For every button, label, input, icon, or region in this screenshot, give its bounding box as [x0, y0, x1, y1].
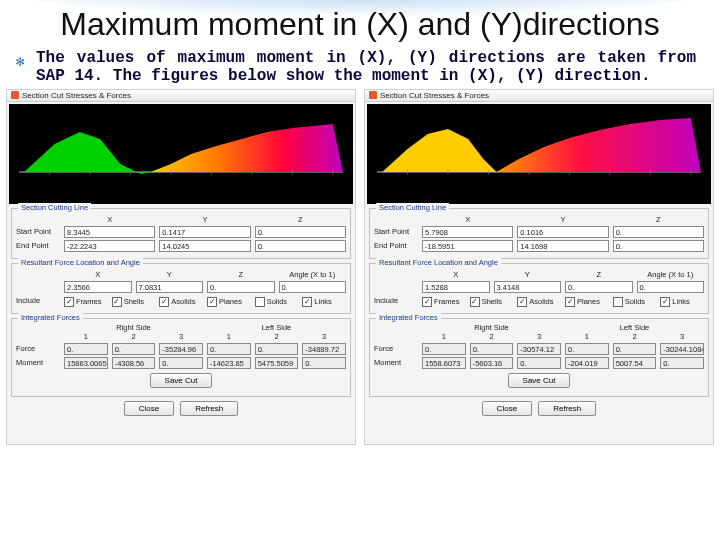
- save-cut-button[interactable]: Save Cut: [508, 373, 571, 388]
- refresh-button[interactable]: Refresh: [538, 401, 596, 416]
- sap-window-right: Section Cut Stresses & Forces: [364, 89, 714, 445]
- sub-headers: 1 2 3 1 2 3: [64, 332, 346, 341]
- force-5: 0.: [255, 343, 299, 355]
- moment-label: Moment: [16, 358, 60, 367]
- res-angle-field[interactable]: 0.: [637, 281, 705, 293]
- sub-headers: 1 2 3 1 2 3: [422, 332, 704, 341]
- end-y-field[interactable]: 14.1698: [517, 240, 608, 252]
- col-x: X: [422, 270, 490, 279]
- chk-frames[interactable]: ✓Frames: [64, 297, 108, 307]
- slide-title: Maximum moment in (X) and (Y)directions: [0, 0, 720, 43]
- s4: 1: [565, 332, 609, 341]
- res-x-field[interactable]: 1.5288: [422, 281, 490, 293]
- end-z-field[interactable]: 0.: [613, 240, 704, 252]
- res-x-field[interactable]: 2.3566: [64, 281, 132, 293]
- close-button[interactable]: Close: [482, 401, 532, 416]
- force-3: -35284.96: [159, 343, 203, 355]
- moment-plot-right: [367, 104, 711, 204]
- section-cutting-line-group: Section Cutting Line X Y Z Start Point 5…: [369, 208, 709, 259]
- col-y: Y: [517, 215, 608, 224]
- resultant-group: Resultant Force Location and Angle X Y Z…: [11, 263, 351, 314]
- col-headers: X Y Z Angle (X to 1): [422, 270, 704, 279]
- chk-label: Links: [314, 297, 332, 306]
- force-3: -30574.12: [517, 343, 561, 355]
- force-1: 0.: [64, 343, 108, 355]
- integrated-forces-group: Integrated Forces Right Side Left Side 1…: [11, 318, 351, 397]
- chk-label: Asolids: [171, 297, 195, 306]
- moment-5: 5475.5059: [255, 357, 299, 369]
- force-2: 0.: [470, 343, 514, 355]
- moment-5: 5007.54: [613, 357, 657, 369]
- hdr-left: Left Side: [207, 323, 346, 332]
- start-x-field[interactable]: 8.3445: [64, 226, 155, 238]
- force-6: -34889.72: [302, 343, 346, 355]
- window-titlebar: Section Cut Stresses & Forces: [365, 90, 713, 102]
- start-y-field[interactable]: 0.1417: [159, 226, 250, 238]
- moment-label: Moment: [374, 358, 418, 367]
- chk-solids[interactable]: Solids: [255, 297, 299, 307]
- s1: 1: [64, 332, 108, 341]
- group-label: Section Cutting Line: [18, 203, 91, 212]
- end-x-field[interactable]: -18.5951: [422, 240, 513, 252]
- chk-asolids[interactable]: ✓Asolids: [159, 297, 203, 307]
- res-y-field[interactable]: 7.0831: [136, 281, 204, 293]
- chk-label: Links: [672, 297, 690, 306]
- s4: 1: [207, 332, 251, 341]
- chk-links[interactable]: ✓Links: [302, 297, 346, 307]
- moment-plot-left: [9, 104, 353, 204]
- hdr-right: Right Side: [64, 323, 203, 332]
- end-y-field[interactable]: 14.0245: [159, 240, 250, 252]
- force-2: 0.: [112, 343, 156, 355]
- start-point-label: Start Point: [374, 227, 418, 236]
- col-headers: X Y Z: [64, 215, 346, 224]
- chk-planes[interactable]: ✓Planes: [207, 297, 251, 307]
- chk-label: Planes: [219, 297, 242, 306]
- chk-label: Shells: [124, 297, 144, 306]
- chk-links[interactable]: ✓Links: [660, 297, 704, 307]
- main-headers: Right Side Left Side: [422, 323, 704, 332]
- group-label: Section Cutting Line: [376, 203, 449, 212]
- s2: 2: [470, 332, 514, 341]
- moment-4: -204.019: [565, 357, 609, 369]
- group-label: Integrated Forces: [376, 313, 441, 322]
- end-z-field[interactable]: 0.: [255, 240, 346, 252]
- chk-shells[interactable]: ✓Shells: [470, 297, 514, 307]
- res-angle-field[interactable]: 0.: [279, 281, 347, 293]
- col-x: X: [64, 215, 155, 224]
- close-button[interactable]: Close: [124, 401, 174, 416]
- start-z-field[interactable]: 0.: [255, 226, 346, 238]
- s2: 2: [112, 332, 156, 341]
- bullet-icon: ✻: [16, 53, 24, 70]
- col-angle: Angle (X to 1): [279, 270, 347, 279]
- resultant-group: Resultant Force Location and Angle X Y Z…: [369, 263, 709, 314]
- col-z: Z: [565, 270, 633, 279]
- refresh-button[interactable]: Refresh: [180, 401, 238, 416]
- chk-asolids[interactable]: ✓Asolids: [517, 297, 561, 307]
- slide-body: ✻ The values of maximum moment in (X), (…: [0, 43, 720, 85]
- save-cut-button[interactable]: Save Cut: [150, 373, 213, 388]
- res-z-field[interactable]: 0.: [565, 281, 633, 293]
- start-y-field[interactable]: 0.1016: [517, 226, 608, 238]
- col-x: X: [64, 270, 132, 279]
- force-5: 0.: [613, 343, 657, 355]
- chk-shells[interactable]: ✓Shells: [112, 297, 156, 307]
- chk-planes[interactable]: ✓Planes: [565, 297, 609, 307]
- chk-label: Frames: [76, 297, 101, 306]
- window-title-text: Section Cut Stresses & Forces: [22, 91, 131, 100]
- chk-solids[interactable]: Solids: [613, 297, 657, 307]
- moment-6: 0.: [302, 357, 346, 369]
- hdr-left: Left Side: [565, 323, 704, 332]
- res-z-field[interactable]: 0.: [207, 281, 275, 293]
- res-y-field[interactable]: 3.4148: [494, 281, 562, 293]
- chk-frames[interactable]: ✓Frames: [422, 297, 466, 307]
- col-z: Z: [255, 215, 346, 224]
- end-x-field[interactable]: -22.2243: [64, 240, 155, 252]
- force-label: Force: [16, 344, 60, 353]
- s3: 3: [517, 332, 561, 341]
- include-label: Include: [16, 296, 60, 305]
- start-x-field[interactable]: 5.7908: [422, 226, 513, 238]
- start-z-field[interactable]: 0.: [613, 226, 704, 238]
- s3: 3: [159, 332, 203, 341]
- chk-label: Solids: [625, 297, 645, 306]
- col-angle: Angle (X to 1): [637, 270, 705, 279]
